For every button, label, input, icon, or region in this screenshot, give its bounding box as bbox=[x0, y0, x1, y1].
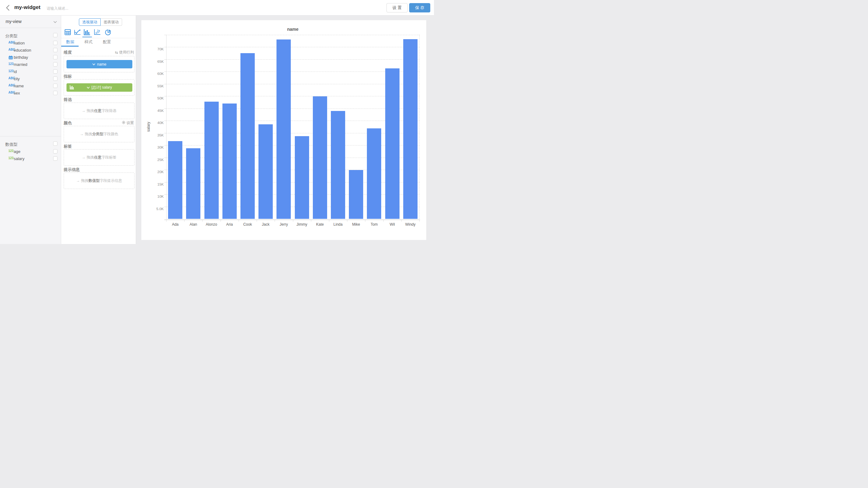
chart-preview-card: name salary 5.0K10K15K20K25K30K35K40K45K… bbox=[141, 20, 426, 240]
tooltip-label: 提示信息 bbox=[64, 167, 80, 173]
x-tick-label: Kate bbox=[311, 222, 329, 226]
numeric-section-title: 数值型 bbox=[5, 142, 18, 147]
bar-Ada[interactable] bbox=[168, 141, 182, 219]
bar-Linda[interactable] bbox=[331, 111, 345, 219]
view-name: my-view bbox=[6, 19, 22, 24]
bar-Jimmy[interactable] bbox=[295, 136, 309, 219]
bar-Cook[interactable] bbox=[241, 53, 255, 219]
field-checkbox[interactable] bbox=[53, 156, 58, 161]
tab-config[interactable]: 配置 bbox=[103, 39, 111, 45]
x-axis-tick bbox=[329, 220, 329, 222]
color-hint: → 拖拽分类型字段颜色 bbox=[80, 131, 118, 137]
y-tick-label: 25K bbox=[145, 158, 164, 162]
field-checkbox[interactable] bbox=[53, 62, 58, 66]
field-row-sex[interactable]: ABC sex bbox=[0, 90, 61, 97]
metric-pill-salary[interactable]: [总计] salary bbox=[66, 83, 132, 92]
table-chart-icon[interactable] bbox=[65, 29, 71, 35]
bar-Alan[interactable] bbox=[186, 148, 200, 219]
back-button[interactable] bbox=[4, 4, 12, 11]
field-checkbox[interactable] bbox=[53, 149, 58, 154]
chevron-down-icon bbox=[92, 63, 95, 66]
field-checkbox[interactable] bbox=[53, 48, 58, 52]
bar-Jack[interactable] bbox=[258, 124, 273, 219]
scatter-chart-icon[interactable] bbox=[94, 29, 101, 35]
field-label: id bbox=[14, 69, 17, 74]
field-checkbox[interactable] bbox=[53, 69, 58, 74]
field-checkbox[interactable] bbox=[53, 41, 58, 45]
metric-dropzone[interactable]: [总计] salary bbox=[64, 79, 134, 96]
field-sidebar: my-view 分类型 ABC nation ABC education bir… bbox=[0, 16, 61, 244]
bar-Aria[interactable] bbox=[222, 103, 237, 219]
y-tick-label: 5.0K bbox=[145, 207, 164, 211]
field-row-name[interactable]: ABC name bbox=[0, 82, 61, 90]
bar-Wil[interactable] bbox=[385, 68, 400, 219]
y-tick-label: 50K bbox=[145, 96, 164, 100]
field-checkbox[interactable] bbox=[53, 84, 58, 88]
pivot-driven-tab[interactable]: 透视驱动 bbox=[79, 18, 101, 26]
field-row-nation[interactable]: ABC nation bbox=[0, 39, 61, 47]
color-settings-action[interactable]: 设置 bbox=[122, 120, 134, 126]
categorical-select-all-checkbox[interactable] bbox=[53, 33, 58, 37]
categorical-section-title: 分类型 bbox=[5, 33, 18, 39]
save-button[interactable]: 保 存 bbox=[409, 3, 430, 12]
field-row-education[interactable]: ABC education bbox=[0, 47, 61, 54]
gear-icon bbox=[122, 121, 125, 125]
field-row-married[interactable]: 123 married bbox=[0, 61, 61, 68]
numeric-select-all-checkbox[interactable] bbox=[53, 142, 58, 146]
chart-title: name bbox=[141, 27, 434, 32]
field-row-birthday[interactable]: birthday bbox=[0, 54, 61, 61]
tag-dropzone[interactable]: → 拖拽任意字段标签 bbox=[64, 149, 134, 166]
tooltip-dropzone[interactable]: → 拖拽数值型字段提示信息 bbox=[64, 173, 134, 189]
x-tick-label: Wil bbox=[383, 222, 401, 226]
field-checkbox[interactable] bbox=[53, 77, 58, 81]
field-checkbox[interactable] bbox=[53, 55, 58, 59]
bar-Tom[interactable] bbox=[367, 128, 381, 219]
tag-label: 标签 bbox=[64, 144, 72, 149]
dimension-dropzone[interactable]: name bbox=[64, 56, 134, 72]
filter-dropzone[interactable]: → 拖拽任意字段筛选 bbox=[64, 102, 134, 119]
y-tick-label: 55K bbox=[145, 84, 164, 88]
x-axis-tick bbox=[239, 220, 239, 222]
field-checkbox[interactable] bbox=[53, 91, 58, 95]
active-tab-underline bbox=[61, 46, 79, 47]
line-chart-icon[interactable] bbox=[74, 29, 81, 35]
field-row-city[interactable]: ABC city bbox=[0, 75, 61, 82]
x-tick-label: Tom bbox=[365, 222, 383, 226]
bar-Alonzo[interactable] bbox=[205, 102, 219, 219]
field-row-age[interactable]: 123 age bbox=[0, 148, 61, 155]
bar-Mike[interactable] bbox=[349, 170, 363, 219]
x-tick-label: Linda bbox=[329, 222, 347, 226]
x-tick-label: Aria bbox=[221, 222, 239, 226]
x-axis-tick bbox=[383, 220, 384, 222]
pie-chart-icon[interactable] bbox=[105, 29, 112, 35]
page-title: my-widget bbox=[14, 4, 40, 10]
chart-driven-tab[interactable]: 图表驱动 bbox=[101, 18, 122, 26]
y-tick-label: 10K bbox=[145, 194, 164, 199]
x-tick-label: Ada bbox=[166, 222, 184, 226]
bar-Jerry[interactable] bbox=[277, 39, 291, 219]
x-axis-tick bbox=[166, 220, 166, 222]
chevron-left-icon bbox=[4, 4, 12, 11]
y-gridline bbox=[166, 71, 420, 72]
x-tick-label: Alonzo bbox=[202, 222, 220, 226]
use-rowcol-action[interactable]: ⇆ 使用行列 bbox=[115, 50, 134, 55]
tab-style[interactable]: 样式 bbox=[85, 39, 93, 45]
bar-chart-icon[interactable] bbox=[84, 29, 90, 35]
bar-Windy[interactable] bbox=[403, 39, 417, 219]
bar-Kate[interactable] bbox=[313, 96, 327, 219]
field-row-salary[interactable]: 123 salary bbox=[0, 155, 61, 162]
view-selector[interactable]: my-view bbox=[0, 16, 61, 28]
x-tick-label: Windy bbox=[401, 222, 420, 226]
categorical-field-list: ABC nation ABC education birthday 123 ma… bbox=[0, 39, 61, 97]
color-dropzone[interactable]: → 拖拽分类型字段颜色 bbox=[64, 126, 134, 142]
y-tick-label: 60K bbox=[145, 71, 164, 76]
bar-chart-mini-icon bbox=[70, 85, 74, 90]
description-input[interactable]: 请输入描述... bbox=[46, 6, 68, 11]
tab-data[interactable]: 数据 bbox=[66, 39, 74, 45]
field-row-id[interactable]: 123 id bbox=[0, 68, 61, 75]
field-label: education bbox=[14, 48, 31, 53]
y-tick-label: 40K bbox=[145, 121, 164, 125]
dimension-pill-name[interactable]: name bbox=[66, 60, 132, 68]
settings-button[interactable]: 设 置 bbox=[386, 3, 408, 12]
field-label: married bbox=[14, 62, 27, 67]
